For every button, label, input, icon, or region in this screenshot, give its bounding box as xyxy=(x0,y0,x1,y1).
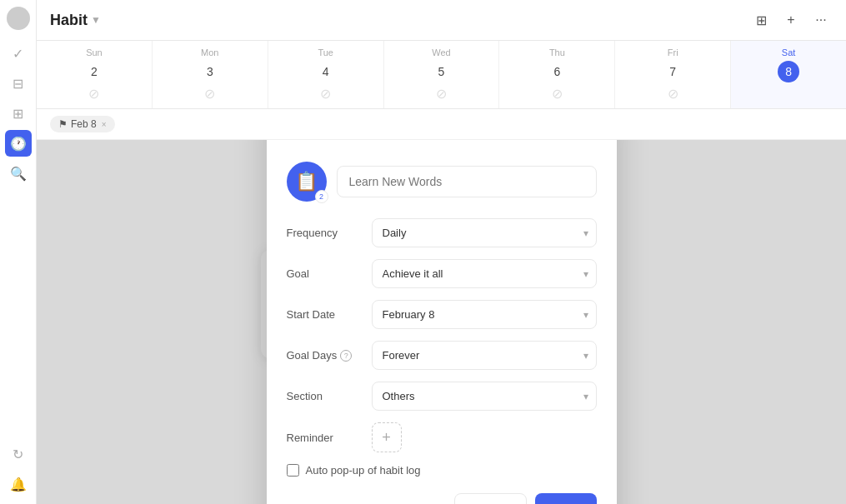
start-date-row: Start Date February 8 ▾ xyxy=(287,300,597,329)
bell-icon: 🔔 xyxy=(10,477,27,492)
start-date-select[interactable]: February 8 xyxy=(372,300,597,329)
reminder-label: Reminder xyxy=(287,432,362,444)
frequency-label: Frequency xyxy=(287,227,362,239)
title-chevron-icon: ▼ xyxy=(91,14,101,26)
goal-days-select[interactable]: Forever 30 Days 60 Days 90 Days xyxy=(372,341,597,370)
section-select-wrap: Others Health Work Personal ▾ xyxy=(372,382,597,411)
goal-select[interactable]: Achieve it all Complete Custom xyxy=(372,259,597,288)
cal-day-name-sat: Sat xyxy=(782,47,796,57)
add-button[interactable]: + xyxy=(779,8,803,32)
grid-view-button[interactable]: ⊞ xyxy=(749,8,773,32)
cal-col-thu[interactable]: Thu 6 ⊘ xyxy=(499,41,615,108)
auto-popup-row: Auto pop-up of habit log xyxy=(287,464,597,477)
more-button[interactable]: ··· xyxy=(809,8,833,32)
cal-icon-wed: ⊘ xyxy=(436,86,447,102)
goal-days-select-wrap: Forever 30 Days 60 Days 90 Days ▾ xyxy=(372,341,597,370)
goal-select-wrap: Achieve it all Complete Custom ▾ xyxy=(372,259,597,288)
goal-row: Goal Achieve it all Complete Custom ▾ xyxy=(287,259,597,288)
cal-icon-sun: ⊘ xyxy=(88,86,99,102)
cal-day-name-fri: Fri xyxy=(668,47,678,57)
cal-day-num-tue: 4 xyxy=(315,61,337,82)
header-actions: ⊞ + ··· xyxy=(749,8,833,32)
goal-days-label: Goal Days ? xyxy=(287,349,362,362)
cal-icon-thu: ⊘ xyxy=(552,86,563,102)
cal-day-num-thu: 6 xyxy=(546,61,568,82)
modal-close-button[interactable]: × xyxy=(573,140,597,145)
cal-day-name-mon: Mon xyxy=(201,47,218,57)
reminder-row: Reminder + xyxy=(287,422,597,452)
sidebar-item-list[interactable]: ⊟ xyxy=(5,70,32,97)
calendar-header: Sun 2 ⊘ Mon 3 ⊘ Tue 4 ⊘ Wed 5 ⊘ Thu 6 ⊘ … xyxy=(37,41,846,109)
habit-icon-badge: 2 xyxy=(315,190,328,203)
auto-popup-checkbox[interactable] xyxy=(287,464,299,477)
start-date-select-wrap: February 8 ▾ xyxy=(372,300,597,329)
cal-col-wed[interactable]: Wed 5 ⊘ xyxy=(384,41,500,108)
sidebar-item-bell[interactable]: 🔔 xyxy=(5,471,32,497)
cal-icon-tue: ⊘ xyxy=(320,86,331,102)
clock-icon: 🕐 xyxy=(10,136,27,152)
cal-day-name-tue: Tue xyxy=(318,47,333,57)
habit-name-input[interactable] xyxy=(337,166,597,197)
modal-header: Create Habit × xyxy=(287,140,597,145)
cancel-button[interactable]: Cancel xyxy=(454,493,526,504)
save-button[interactable]: Save xyxy=(535,493,597,504)
cal-day-name-sun: Sun xyxy=(86,47,103,57)
section-label: Section xyxy=(287,390,362,402)
cal-day-num-fri: 7 xyxy=(662,61,683,82)
habit-name-row: 📋 2 xyxy=(287,162,597,202)
cal-day-num-mon: 3 xyxy=(199,61,221,82)
goal-days-row: Goal Days ? Forever 30 Days 60 Days 90 D… xyxy=(287,341,597,370)
cal-day-name-wed: Wed xyxy=(432,47,450,57)
modal-overlay: Create Habit × 📋 2 Frequency xyxy=(37,140,846,504)
goal-label: Goal xyxy=(287,267,362,280)
sync-icon: ↻ xyxy=(13,447,23,462)
habit-icon-button[interactable]: 📋 2 xyxy=(287,162,327,202)
start-date-label: Start Date xyxy=(287,308,362,321)
create-habit-modal: Create Habit × 📋 2 Frequency xyxy=(267,140,617,504)
cal-icon-mon: ⊘ xyxy=(204,86,215,102)
cal-col-fri[interactable]: Fri 7 ⊘ xyxy=(615,41,731,108)
frequency-row: Frequency Daily Weekly Monthly ▾ xyxy=(287,218,597,247)
sidebar-item-search[interactable]: 🔍 xyxy=(5,160,32,187)
sidebar-item-check[interactable]: ✓ xyxy=(5,40,32,67)
sidebar: ✓ ⊟ ⊞ 🕐 🔍 ↻ 🔔 xyxy=(0,0,37,504)
cal-day-num-wed: 5 xyxy=(431,61,453,82)
section-row: Section Others Health Work Personal ▾ xyxy=(287,382,597,411)
cal-col-sat[interactable]: Sat 8 xyxy=(731,41,846,108)
app-header: Habit ▼ ⊞ + ··· xyxy=(37,0,846,41)
cal-col-mon[interactable]: Mon 3 ⊘ xyxy=(153,41,268,108)
apps-icon: ⊞ xyxy=(13,106,23,122)
list-icon: ⊟ xyxy=(13,76,23,92)
frequency-select-wrap: Daily Weekly Monthly ▾ xyxy=(372,218,597,247)
auto-popup-label: Auto pop-up of habit log xyxy=(306,464,421,477)
filter-tag-label: Feb 8 xyxy=(71,118,97,130)
check-icon: ✓ xyxy=(13,46,23,62)
section-select[interactable]: Others Health Work Personal xyxy=(372,382,597,411)
search-icon: 🔍 xyxy=(10,166,27,182)
content-area: × 😊 You have Every litt Create Habit × 📋… xyxy=(37,140,846,504)
add-reminder-button[interactable]: + xyxy=(372,422,402,452)
sidebar-item-grid[interactable]: ⊞ xyxy=(5,100,32,127)
sidebar-item-sync[interactable]: ↻ xyxy=(5,441,32,467)
cal-day-num-sat: 8 xyxy=(778,61,799,82)
filter-tag-close-icon[interactable]: × xyxy=(102,120,107,129)
cal-col-tue[interactable]: Tue 4 ⊘ xyxy=(268,41,384,108)
modal-title: Create Habit xyxy=(287,140,370,142)
filter-bar: ⚑ Feb 8 × xyxy=(37,109,846,140)
cal-day-name-thu: Thu xyxy=(549,47,565,57)
flag-icon: ⚑ xyxy=(58,118,68,130)
filter-tag-date[interactable]: ⚑ Feb 8 × xyxy=(50,116,115,132)
goal-days-help-icon[interactable]: ? xyxy=(340,350,352,362)
cal-col-sun[interactable]: Sun 2 ⊘ xyxy=(37,41,153,108)
cal-icon-fri: ⊘ xyxy=(668,86,678,102)
modal-footer: Cancel Save xyxy=(287,493,597,504)
avatar xyxy=(7,7,30,30)
frequency-select[interactable]: Daily Weekly Monthly xyxy=(372,218,597,247)
app-title: Habit ▼ xyxy=(50,12,101,29)
main-content: Habit ▼ ⊞ + ··· Sun 2 ⊘ Mon 3 ⊘ Tue 4 ⊘ … xyxy=(37,0,846,504)
cal-day-num-sun: 2 xyxy=(83,61,105,82)
sidebar-item-clock[interactable]: 🕐 xyxy=(5,130,32,157)
